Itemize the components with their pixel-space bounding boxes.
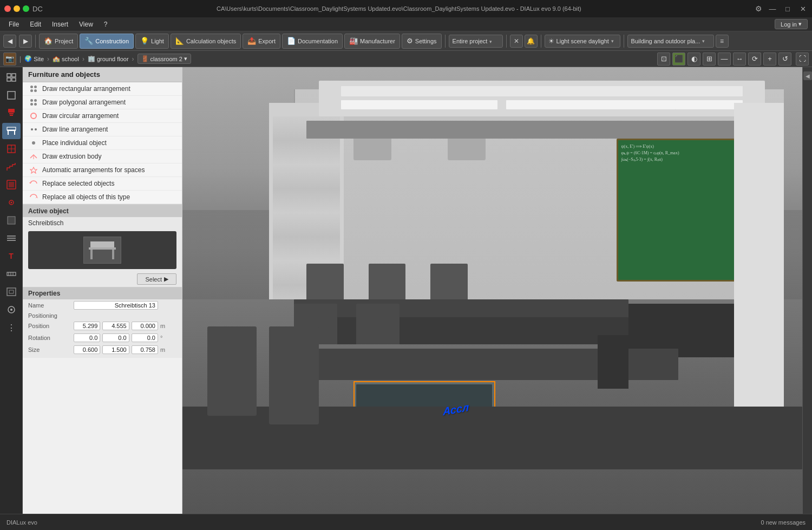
panel-item-line[interactable]: Draw line arrangement bbox=[23, 123, 182, 136]
rot-x[interactable]: 0.0 bbox=[74, 333, 100, 342]
panel-item-auto[interactable]: Automatic arrangements for spaces bbox=[23, 163, 182, 177]
rot-y[interactable]: 0.0 bbox=[102, 333, 129, 342]
sidebar-extra2[interactable]: ⋮ bbox=[2, 319, 21, 336]
menu-help[interactable]: ? bbox=[100, 19, 112, 29]
toolbar-sep-3 bbox=[506, 35, 507, 48]
minimize-btn[interactable] bbox=[14, 5, 20, 12]
split-view-btn[interactable]: ⊞ bbox=[703, 53, 716, 66]
tab-calc[interactable]: 📐 Calculation objects bbox=[171, 34, 241, 49]
nav-more-2[interactable]: ↔ bbox=[733, 53, 746, 66]
pos-x[interactable]: 5.299 bbox=[74, 322, 100, 330]
maximize-btn[interactable] bbox=[23, 5, 29, 12]
panel-item-replace[interactable]: Replace selected objects bbox=[23, 177, 182, 191]
tab-manufacturer[interactable]: 🏭 Manufacturer bbox=[344, 34, 400, 49]
building-plan-dropdown[interactable]: Building and outdoor pla... ▾ bbox=[627, 35, 714, 48]
sidebar-stairs[interactable] bbox=[2, 159, 21, 175]
size-y[interactable]: 1.500 bbox=[102, 345, 129, 354]
panel-menu: Draw rectangular arrangement Draw polygo… bbox=[23, 82, 182, 204]
light-scene-dropdown[interactable]: ☀ Light scene daylight ▾ bbox=[545, 35, 620, 48]
panel-item-single[interactable]: Place individual object bbox=[23, 136, 182, 150]
rect-icon bbox=[28, 85, 39, 93]
panel-item-extrude[interactable]: Draw extrusion body bbox=[23, 150, 182, 163]
nav-site[interactable]: 🌍 Site bbox=[24, 55, 44, 62]
menu-file[interactable]: File bbox=[4, 19, 23, 29]
sidebar-windows[interactable] bbox=[2, 141, 21, 157]
tab-settings[interactable]: ⚙ Settings bbox=[402, 34, 442, 49]
menu-view[interactable]: View bbox=[75, 19, 97, 29]
tab-light[interactable]: 💡 Light bbox=[135, 34, 169, 49]
nav-fullscreen[interactable]: ⛶ bbox=[796, 53, 809, 66]
sidebar-furniture[interactable] bbox=[2, 123, 21, 139]
svg-rect-33 bbox=[112, 250, 114, 259]
nav-more-5[interactable]: ↺ bbox=[778, 53, 791, 66]
pos-z[interactable]: 0.000 bbox=[132, 322, 158, 330]
view-3d-btn[interactable]: ⬛ bbox=[672, 53, 685, 66]
rot-z[interactable]: 0.0 bbox=[132, 333, 158, 342]
nav-more-1[interactable]: — bbox=[718, 53, 731, 66]
nav-school[interactable]: 🏫 school bbox=[53, 55, 79, 62]
svg-rect-16 bbox=[9, 182, 14, 187]
size-x[interactable]: 0.600 bbox=[74, 345, 100, 354]
select-arrow: ▶ bbox=[164, 276, 168, 283]
nav-more-3[interactable]: ⟳ bbox=[748, 53, 761, 66]
traffic-lights bbox=[4, 5, 29, 12]
toolbar-sep-5 bbox=[624, 35, 624, 48]
last-toolbar-btn[interactable]: ≡ bbox=[716, 35, 729, 48]
menu-edit[interactable]: Edit bbox=[25, 19, 45, 29]
object-preview-img bbox=[83, 237, 121, 264]
login-button[interactable]: Log in ▾ bbox=[775, 19, 808, 29]
size-z[interactable]: 0.758 bbox=[132, 345, 158, 354]
settings-icon[interactable]: ⚙ bbox=[755, 4, 762, 13]
classroom-dropdown[interactable]: 🚪 classroom 2 ▾ bbox=[137, 54, 191, 64]
tab-project[interactable]: 🏠 Project bbox=[39, 34, 78, 49]
nav-floor[interactable]: 🏢 ground floor bbox=[88, 55, 129, 62]
back-button[interactable]: ◀ bbox=[3, 35, 16, 48]
cam-icon[interactable]: 📷 bbox=[3, 53, 16, 66]
floor-label: ground floor bbox=[97, 56, 129, 62]
desk-row-back2 bbox=[294, 317, 628, 344]
select-button[interactable]: Select ▶ bbox=[137, 273, 176, 285]
svg-rect-32 bbox=[90, 250, 93, 259]
sidebar-scenes[interactable] bbox=[2, 69, 21, 86]
panel-item-poly[interactable]: Draw polygonal arrangement bbox=[23, 96, 182, 109]
sidebar-text[interactable]: T bbox=[2, 248, 21, 264]
sidebar-sensors[interactable] bbox=[2, 194, 21, 211]
name-row: Name Schreibtisch 13 bbox=[23, 299, 182, 311]
nav-more-4[interactable]: + bbox=[763, 53, 776, 66]
tab-export[interactable]: 📤 Export bbox=[243, 34, 280, 49]
nav-bar: 📷 | 🌍 Site › 🏫 school › 🏢 ground floor ›… bbox=[0, 51, 812, 67]
circ-label: Draw circular arrangement bbox=[42, 112, 119, 120]
panel-item-circ[interactable]: Draw circular arrangement bbox=[23, 109, 182, 123]
minimize-window[interactable]: — bbox=[768, 5, 777, 12]
dropdown-arrow: ▾ bbox=[798, 21, 802, 28]
sidebar-extra1[interactable] bbox=[2, 302, 21, 318]
sidebar-rooms[interactable] bbox=[2, 87, 21, 103]
sidebar-zones[interactable] bbox=[2, 212, 21, 228]
forward-button[interactable]: ▶ bbox=[19, 35, 32, 48]
panel-item-replace-all[interactable]: Replace all objects of this type bbox=[23, 191, 182, 204]
sidebar-view3d[interactable] bbox=[2, 284, 21, 300]
name-value[interactable]: Schreibtisch 13 bbox=[74, 301, 158, 310]
close-btn[interactable] bbox=[4, 5, 11, 12]
tab-docs[interactable]: 📄 Documentation bbox=[282, 34, 343, 49]
svg-rect-23 bbox=[7, 272, 16, 276]
nav-sep-0: | bbox=[19, 55, 21, 63]
panel-item-rect[interactable]: Draw rectangular arrangement bbox=[23, 82, 182, 96]
close-panel-btn[interactable]: ✕ bbox=[510, 35, 523, 48]
sidebar-measure[interactable] bbox=[2, 266, 21, 282]
replace-label: Replace selected objects bbox=[42, 180, 114, 187]
view-2d-btn[interactable]: ⊡ bbox=[657, 53, 670, 66]
sidebar-lights[interactable] bbox=[2, 105, 21, 121]
close-window[interactable]: ✕ bbox=[798, 5, 808, 12]
select-btn-row: Select ▶ bbox=[23, 271, 182, 287]
entire-project-dropdown[interactable]: Entire project ▾ bbox=[449, 35, 503, 48]
sidebar-objects[interactable] bbox=[2, 176, 21, 193]
restore-window[interactable]: □ bbox=[783, 5, 793, 12]
viewport-toggle-btn[interactable]: ◀ bbox=[803, 71, 812, 80]
menu-insert[interactable]: Insert bbox=[48, 19, 73, 29]
viewport[interactable]: ψ(x, E') ⟹ E'ψ(x) φ₁,ψ = (6C·1M) = c₀φ(n… bbox=[182, 67, 802, 514]
pos-y[interactable]: 4.555 bbox=[102, 322, 129, 330]
tab-construction[interactable]: 🔧 Construction bbox=[80, 34, 134, 49]
sidebar-layers[interactable] bbox=[2, 230, 21, 246]
toggle-view-btn[interactable]: ◐ bbox=[687, 53, 700, 66]
